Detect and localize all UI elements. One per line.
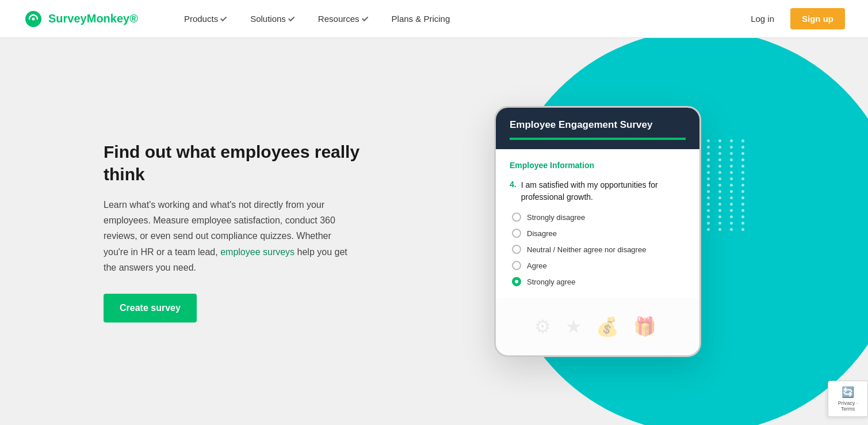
dot — [730, 158, 733, 161]
dot — [741, 196, 744, 199]
dot — [741, 184, 744, 187]
recaptcha-text: Privacy · Terms — [834, 400, 862, 412]
radio-unselected-icon[interactable] — [512, 261, 521, 270]
dot — [707, 215, 710, 218]
chevron-down-icon — [361, 14, 368, 21]
dot — [718, 222, 721, 225]
logo-text: SurveyMonkey® — [48, 12, 138, 25]
footer-decoration: ⚙ ★ 💰 🎁 — [534, 316, 661, 337]
employee-surveys-link[interactable]: employee surveys — [220, 247, 295, 257]
radio-selected-icon[interactable] — [512, 277, 521, 286]
options-list: Strongly disagreeDisagreeNeutral / Neith… — [510, 212, 686, 286]
hero-title: Find out what employees really think — [104, 141, 391, 185]
option-label: Neutral / Neither agree nor disagree — [527, 245, 646, 254]
dot — [741, 152, 744, 155]
chevron-down-icon — [288, 14, 295, 21]
nav-right: Log in Sign up — [744, 8, 845, 29]
dot — [718, 152, 721, 155]
phone-body: Employee Information 4. I am satisfied w… — [496, 149, 699, 298]
dot — [718, 215, 721, 218]
question-row: 4. I am satisfied with my opportunities … — [510, 179, 686, 203]
dot — [707, 190, 710, 193]
nav-links: Products Solutions Resources Plans & Pri… — [173, 0, 744, 38]
green-accent-bar — [510, 138, 686, 140]
dot — [707, 196, 710, 199]
option-item: Strongly disagree — [512, 212, 686, 222]
surveymonkey-logo-icon — [23, 9, 44, 29]
dot — [718, 177, 721, 180]
dot — [730, 209, 733, 212]
dot — [741, 177, 744, 180]
dot — [730, 184, 733, 187]
option-item: Strongly agree — [512, 277, 686, 286]
option-item: Agree — [512, 261, 686, 270]
dot — [730, 222, 733, 225]
question-text: I am satisfied with my opportunities for… — [521, 179, 686, 203]
dot — [718, 184, 721, 187]
survey-title: Employee Engagement Survey — [510, 119, 686, 131]
dot — [730, 190, 733, 193]
phone-header: Employee Engagement Survey — [496, 108, 699, 149]
dot — [730, 203, 733, 206]
dot — [730, 228, 733, 231]
hero-section: Find out what employees really think Lea… — [0, 38, 868, 425]
dot — [741, 228, 744, 231]
option-item: Neutral / Neither agree nor disagree — [512, 245, 686, 254]
dot — [707, 158, 710, 161]
dot — [707, 146, 710, 149]
recaptcha-badge: 🔄 Privacy · Terms — [828, 381, 868, 417]
nav-products-label: Products — [184, 14, 218, 24]
navbar: SurveyMonkey® Products Solutions Resourc… — [0, 0, 868, 38]
create-survey-button[interactable]: Create survey — [104, 294, 197, 322]
dot — [707, 228, 710, 231]
dot — [741, 209, 744, 212]
dot — [741, 190, 744, 193]
radio-unselected-icon[interactable] — [512, 212, 521, 222]
dot — [741, 146, 744, 149]
question-number: 4. — [510, 179, 517, 203]
dot — [718, 165, 721, 168]
nav-pricing-label: Plans & Pricing — [392, 14, 450, 24]
dot — [718, 209, 721, 212]
option-label: Disagree — [527, 229, 557, 238]
nav-pricing[interactable]: Plans & Pricing — [380, 0, 462, 38]
nav-resources-label: Resources — [318, 14, 360, 24]
nav-solutions-label: Solutions — [250, 14, 286, 24]
dot — [707, 171, 710, 174]
hero-description: Learn what's working and what's not dire… — [104, 197, 357, 275]
dot — [707, 209, 710, 212]
logo[interactable]: SurveyMonkey® — [23, 9, 138, 29]
dot — [730, 165, 733, 168]
dot — [718, 158, 721, 161]
dot — [741, 165, 744, 168]
dot — [741, 215, 744, 218]
dot — [741, 222, 744, 225]
signup-button[interactable]: Sign up — [790, 8, 845, 29]
dot — [718, 171, 721, 174]
dot — [707, 222, 710, 225]
option-label: Agree — [527, 261, 547, 270]
dot — [718, 203, 721, 206]
dot — [730, 171, 733, 174]
option-item: Disagree — [512, 229, 686, 238]
radio-unselected-icon[interactable] — [512, 229, 521, 238]
dot — [707, 184, 710, 187]
dot — [718, 196, 721, 199]
dot — [741, 139, 744, 142]
dot — [718, 146, 721, 149]
dot — [730, 146, 733, 149]
nav-solutions[interactable]: Solutions — [239, 0, 307, 38]
svg-point-0 — [32, 17, 35, 20]
dot — [730, 196, 733, 199]
dot — [741, 171, 744, 174]
nav-products[interactable]: Products — [173, 0, 239, 38]
radio-unselected-icon[interactable] — [512, 245, 521, 254]
dot — [730, 152, 733, 155]
nav-resources[interactable]: Resources — [307, 0, 380, 38]
chevron-down-icon — [220, 14, 227, 21]
option-label: Strongly disagree — [527, 213, 585, 222]
phone-mockup: Employee Engagement Survey Employee Info… — [494, 106, 701, 357]
dot — [707, 152, 710, 155]
dot — [718, 139, 721, 142]
login-button[interactable]: Log in — [744, 9, 781, 28]
